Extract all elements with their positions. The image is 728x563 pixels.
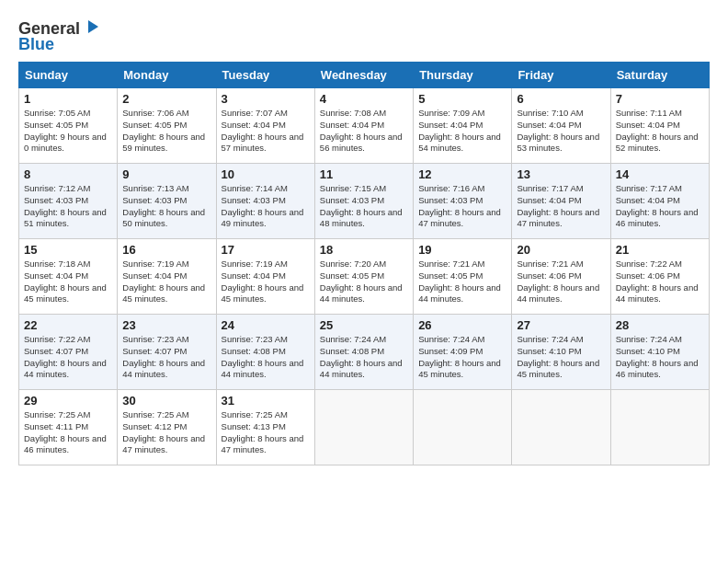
day-sunrise: Sunrise: 7:10 AM [517, 108, 583, 118]
day-sunrise: Sunrise: 7:19 AM [222, 259, 288, 269]
day-sunrise: Sunrise: 7:24 AM [616, 334, 682, 344]
day-daylight: Daylight: 8 hours and 44 minutes. [320, 282, 403, 304]
day-sunset: Sunset: 4:03 PM [222, 195, 286, 205]
day-sunrise: Sunrise: 7:24 AM [517, 334, 583, 344]
day-number: 4 [320, 92, 408, 106]
day-sunset: Sunset: 4:03 PM [320, 195, 384, 205]
day-number: 7 [616, 92, 704, 106]
day-sunrise: Sunrise: 7:25 AM [222, 409, 288, 419]
day-number: 9 [122, 167, 210, 181]
calendar-day-cell: 5 Sunrise: 7:09 AM Sunset: 4:04 PM Dayli… [414, 88, 512, 164]
day-sunrise: Sunrise: 7:17 AM [517, 183, 583, 193]
day-number: 15 [24, 243, 112, 257]
day-header-sunday: Sunday [19, 63, 118, 88]
day-sunset: Sunset: 4:03 PM [24, 195, 88, 205]
day-sunrise: Sunrise: 7:12 AM [24, 183, 90, 193]
calendar-week-row: 15 Sunrise: 7:18 AM Sunset: 4:04 PM Dayl… [19, 239, 710, 315]
day-sunset: Sunset: 4:13 PM [222, 421, 286, 431]
calendar-day-cell: 26 Sunrise: 7:24 AM Sunset: 4:09 PM Dayl… [414, 315, 512, 390]
day-number: 13 [517, 167, 605, 181]
day-header-friday: Friday [512, 63, 610, 88]
calendar-day-cell: 9 Sunrise: 7:13 AM Sunset: 4:03 PM Dayli… [118, 164, 216, 239]
day-daylight: Daylight: 8 hours and 44 minutes. [122, 358, 205, 380]
day-daylight: Daylight: 8 hours and 44 minutes. [320, 358, 403, 380]
day-sunrise: Sunrise: 7:22 AM [616, 259, 682, 269]
day-sunset: Sunset: 4:04 PM [122, 270, 187, 281]
day-number: 29 [24, 394, 112, 408]
day-sunset: Sunset: 4:04 PM [222, 270, 286, 281]
day-number: 26 [418, 318, 506, 332]
day-sunset: Sunset: 4:11 PM [24, 421, 88, 431]
day-sunset: Sunset: 4:06 PM [616, 270, 680, 281]
day-header-monday: Monday [118, 63, 216, 88]
calendar-day-cell: 31 Sunrise: 7:25 AM Sunset: 4:13 PM Dayl… [216, 390, 314, 465]
day-number: 18 [320, 243, 408, 257]
day-number: 6 [517, 92, 605, 106]
day-sunset: Sunset: 4:04 PM [418, 120, 483, 130]
day-sunrise: Sunrise: 7:17 AM [616, 183, 682, 193]
calendar-day-cell [512, 390, 610, 465]
day-sunrise: Sunrise: 7:23 AM [222, 334, 288, 344]
calendar-week-row: 29 Sunrise: 7:25 AM Sunset: 4:11 PM Dayl… [19, 390, 710, 465]
day-daylight: Daylight: 8 hours and 57 minutes. [222, 132, 304, 154]
day-daylight: Daylight: 8 hours and 48 minutes. [320, 207, 403, 229]
calendar-day-cell [314, 390, 413, 465]
day-sunrise: Sunrise: 7:21 AM [517, 259, 583, 269]
day-number: 5 [418, 92, 506, 106]
day-daylight: Daylight: 8 hours and 45 minutes. [418, 358, 501, 380]
day-sunrise: Sunrise: 7:22 AM [24, 334, 90, 344]
day-daylight: Daylight: 8 hours and 44 minutes. [418, 282, 501, 304]
calendar-day-cell: 10 Sunrise: 7:14 AM Sunset: 4:03 PM Dayl… [216, 164, 314, 239]
day-daylight: Daylight: 8 hours and 54 minutes. [418, 132, 501, 154]
calendar-day-cell: 16 Sunrise: 7:19 AM Sunset: 4:04 PM Dayl… [118, 239, 216, 315]
day-daylight: Daylight: 8 hours and 53 minutes. [517, 132, 599, 154]
day-number: 19 [418, 243, 506, 257]
day-sunset: Sunset: 4:08 PM [320, 346, 384, 356]
calendar-day-cell: 11 Sunrise: 7:15 AM Sunset: 4:03 PM Dayl… [314, 164, 413, 239]
calendar-day-cell: 19 Sunrise: 7:21 AM Sunset: 4:05 PM Dayl… [414, 239, 512, 315]
day-sunrise: Sunrise: 7:25 AM [122, 409, 188, 419]
day-sunset: Sunset: 4:05 PM [24, 120, 88, 130]
day-number: 1 [24, 92, 112, 106]
day-daylight: Daylight: 8 hours and 50 minutes. [122, 207, 205, 229]
calendar-day-cell: 1 Sunrise: 7:05 AM Sunset: 4:05 PM Dayli… [19, 88, 118, 164]
day-daylight: Daylight: 8 hours and 44 minutes. [24, 358, 107, 380]
day-sunset: Sunset: 4:09 PM [418, 346, 483, 356]
day-header-row: SundayMondayTuesdayWednesdayThursdayFrid… [19, 63, 710, 88]
day-daylight: Daylight: 8 hours and 46 minutes. [616, 207, 699, 229]
day-sunrise: Sunrise: 7:06 AM [122, 108, 188, 118]
day-number: 27 [517, 318, 605, 332]
day-number: 2 [122, 92, 210, 106]
day-sunset: Sunset: 4:04 PM [320, 120, 384, 130]
day-daylight: Daylight: 9 hours and 0 minutes. [24, 132, 107, 154]
day-number: 14 [616, 167, 704, 181]
day-sunset: Sunset: 4:10 PM [517, 346, 581, 356]
calendar-week-row: 22 Sunrise: 7:22 AM Sunset: 4:07 PM Dayl… [19, 315, 710, 390]
day-number: 17 [222, 243, 310, 257]
day-number: 3 [222, 92, 310, 106]
day-header-tuesday: Tuesday [216, 63, 314, 88]
day-number: 24 [222, 318, 310, 332]
day-daylight: Daylight: 8 hours and 47 minutes. [222, 433, 304, 455]
day-header-wednesday: Wednesday [314, 63, 413, 88]
calendar-day-cell: 17 Sunrise: 7:19 AM Sunset: 4:04 PM Dayl… [216, 239, 314, 315]
day-daylight: Daylight: 8 hours and 49 minutes. [222, 207, 304, 229]
day-number: 20 [517, 243, 605, 257]
day-sunrise: Sunrise: 7:25 AM [24, 409, 90, 419]
day-daylight: Daylight: 8 hours and 46 minutes. [616, 358, 699, 380]
day-sunrise: Sunrise: 7:20 AM [320, 259, 386, 269]
calendar-day-cell [414, 390, 512, 465]
calendar-day-cell: 27 Sunrise: 7:24 AM Sunset: 4:10 PM Dayl… [512, 315, 610, 390]
day-daylight: Daylight: 8 hours and 51 minutes. [24, 207, 107, 229]
day-number: 12 [418, 167, 506, 181]
day-number: 30 [122, 394, 210, 408]
svg-marker-0 [88, 20, 98, 33]
calendar-day-cell: 30 Sunrise: 7:25 AM Sunset: 4:12 PM Dayl… [118, 390, 216, 465]
calendar-day-cell: 3 Sunrise: 7:07 AM Sunset: 4:04 PM Dayli… [216, 88, 314, 164]
calendar-day-cell: 24 Sunrise: 7:23 AM Sunset: 4:08 PM Dayl… [216, 315, 314, 390]
logo-blue-text: Blue [18, 35, 54, 54]
calendar-day-cell: 12 Sunrise: 7:16 AM Sunset: 4:03 PM Dayl… [414, 164, 512, 239]
day-sunset: Sunset: 4:04 PM [24, 270, 88, 281]
calendar-day-cell [610, 390, 709, 465]
day-number: 22 [24, 318, 112, 332]
